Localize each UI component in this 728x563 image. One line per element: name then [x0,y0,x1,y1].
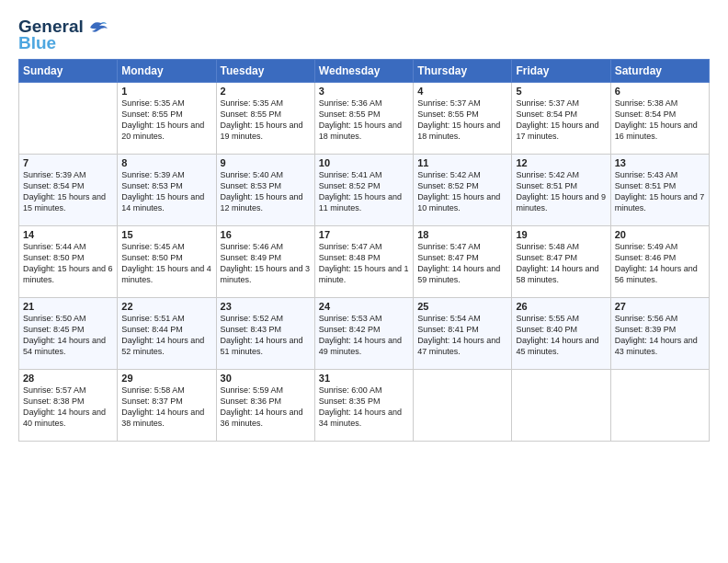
logo-blue-text: Blue [18,33,56,53]
col-header-tuesday: Tuesday [216,60,314,83]
cell-content: Sunrise: 5:54 AM Sunset: 8:41 PM Dayligh… [417,313,507,358]
page: General Blue SundayMondayTuesdayWednesda… [0,0,728,563]
cell-week1-day1 [19,83,118,155]
cell-content: Sunrise: 5:51 AM Sunset: 8:44 PM Dayligh… [121,313,211,358]
cell-week2-day7: 13Sunrise: 5:43 AM Sunset: 8:51 PM Dayli… [610,155,709,226]
cell-week5-day7 [610,370,709,442]
day-number: 12 [516,157,606,168]
cell-week5-day1: 28Sunrise: 5:57 AM Sunset: 8:38 PM Dayli… [19,370,118,442]
day-number: 23 [221,301,311,312]
cell-content: Sunrise: 5:46 AM Sunset: 8:49 PM Dayligh… [221,241,311,286]
cell-content: Sunrise: 5:42 AM Sunset: 8:51 PM Dayligh… [516,169,606,214]
cell-week1-day4: 3Sunrise: 5:36 AM Sunset: 8:55 PM Daylig… [314,83,413,155]
day-number: 13 [615,157,705,168]
day-number: 27 [615,301,705,312]
cell-week3-day3: 16Sunrise: 5:46 AM Sunset: 8:49 PM Dayli… [216,226,314,298]
cell-week4-day2: 22Sunrise: 5:51 AM Sunset: 8:44 PM Dayli… [118,298,216,370]
cell-week3-day4: 17Sunrise: 5:47 AM Sunset: 8:48 PM Dayli… [314,226,413,298]
day-number: 8 [121,157,211,168]
day-number: 3 [319,86,409,97]
day-number: 20 [615,229,705,240]
cell-week2-day2: 8Sunrise: 5:39 AM Sunset: 8:53 PM Daylig… [118,155,216,226]
day-number: 21 [23,301,113,312]
col-header-thursday: Thursday [414,60,512,83]
cell-content: Sunrise: 5:49 AM Sunset: 8:46 PM Dayligh… [615,241,705,286]
cell-content: Sunrise: 5:38 AM Sunset: 8:54 PM Dayligh… [615,98,705,143]
day-number: 5 [516,86,606,97]
cell-content: Sunrise: 5:43 AM Sunset: 8:51 PM Dayligh… [615,169,705,214]
week-row-1: 1Sunrise: 5:35 AM Sunset: 8:55 PM Daylig… [19,83,710,155]
cell-week1-day2: 1Sunrise: 5:35 AM Sunset: 8:55 PM Daylig… [118,83,216,155]
day-number: 19 [516,229,606,240]
cell-week5-day6 [512,370,610,442]
col-header-wednesday: Wednesday [314,60,413,83]
cell-week4-day3: 23Sunrise: 5:52 AM Sunset: 8:43 PM Dayli… [216,298,314,370]
day-number: 6 [615,86,705,97]
cell-week1-day5: 4Sunrise: 5:37 AM Sunset: 8:55 PM Daylig… [414,83,512,155]
logo-bird-icon [88,18,108,35]
cell-week3-day2: 15Sunrise: 5:45 AM Sunset: 8:50 PM Dayli… [118,226,216,298]
week-row-2: 7Sunrise: 5:39 AM Sunset: 8:54 PM Daylig… [19,155,710,226]
calendar-table: SundayMondayTuesdayWednesdayThursdayFrid… [18,59,710,442]
cell-week3-day7: 20Sunrise: 5:49 AM Sunset: 8:46 PM Dayli… [610,226,709,298]
header-row: SundayMondayTuesdayWednesdayThursdayFrid… [19,60,710,83]
cell-content: Sunrise: 5:52 AM Sunset: 8:43 PM Dayligh… [221,313,311,358]
cell-content: Sunrise: 5:36 AM Sunset: 8:55 PM Dayligh… [319,98,409,143]
cell-content: Sunrise: 5:47 AM Sunset: 8:47 PM Dayligh… [417,241,507,286]
cell-content: Sunrise: 5:53 AM Sunset: 8:42 PM Dayligh… [319,313,409,358]
col-header-sunday: Sunday [19,60,118,83]
cell-content: Sunrise: 5:40 AM Sunset: 8:53 PM Dayligh… [221,169,311,214]
cell-content: Sunrise: 5:50 AM Sunset: 8:45 PM Dayligh… [23,313,113,358]
day-number: 1 [121,86,211,97]
cell-week4-day4: 24Sunrise: 5:53 AM Sunset: 8:42 PM Dayli… [314,298,413,370]
cell-week5-day3: 30Sunrise: 5:59 AM Sunset: 8:36 PM Dayli… [216,370,314,442]
cell-week2-day1: 7Sunrise: 5:39 AM Sunset: 8:54 PM Daylig… [19,155,118,226]
col-header-saturday: Saturday [610,60,709,83]
day-number: 18 [417,229,507,240]
cell-content: Sunrise: 5:48 AM Sunset: 8:47 PM Dayligh… [516,241,606,286]
day-number: 28 [23,373,113,384]
day-number: 15 [121,229,211,240]
day-number: 7 [23,157,113,168]
day-number: 10 [319,157,409,168]
cell-week2-day6: 12Sunrise: 5:42 AM Sunset: 8:51 PM Dayli… [512,155,610,226]
day-number: 25 [417,301,507,312]
cell-content: Sunrise: 5:42 AM Sunset: 8:52 PM Dayligh… [417,169,507,214]
day-number: 29 [121,373,211,384]
cell-content: Sunrise: 6:00 AM Sunset: 8:35 PM Dayligh… [319,385,409,430]
cell-content: Sunrise: 5:37 AM Sunset: 8:54 PM Dayligh… [516,98,606,143]
day-number: 31 [319,373,409,384]
cell-content: Sunrise: 5:39 AM Sunset: 8:54 PM Dayligh… [23,169,113,214]
day-number: 30 [221,373,311,384]
cell-week5-day2: 29Sunrise: 5:58 AM Sunset: 8:37 PM Dayli… [118,370,216,442]
cell-week1-day7: 6Sunrise: 5:38 AM Sunset: 8:54 PM Daylig… [610,83,709,155]
cell-week4-day6: 26Sunrise: 5:55 AM Sunset: 8:40 PM Dayli… [512,298,610,370]
cell-week4-day1: 21Sunrise: 5:50 AM Sunset: 8:45 PM Dayli… [19,298,118,370]
cell-content: Sunrise: 5:44 AM Sunset: 8:50 PM Dayligh… [23,241,113,286]
cell-week2-day4: 10Sunrise: 5:41 AM Sunset: 8:52 PM Dayli… [314,155,413,226]
day-number: 9 [221,157,311,168]
cell-week2-day3: 9Sunrise: 5:40 AM Sunset: 8:53 PM Daylig… [216,155,314,226]
cell-content: Sunrise: 5:59 AM Sunset: 8:36 PM Dayligh… [221,385,311,430]
day-number: 2 [221,86,311,97]
cell-week5-day4: 31Sunrise: 6:00 AM Sunset: 8:35 PM Dayli… [314,370,413,442]
cell-week2-day5: 11Sunrise: 5:42 AM Sunset: 8:52 PM Dayli… [414,155,512,226]
cell-week3-day5: 18Sunrise: 5:47 AM Sunset: 8:47 PM Dayli… [414,226,512,298]
header: General Blue [18,17,710,53]
week-row-4: 21Sunrise: 5:50 AM Sunset: 8:45 PM Dayli… [19,298,710,370]
day-number: 11 [417,157,507,168]
logo: General Blue [18,17,108,53]
day-number: 22 [121,301,211,312]
col-header-friday: Friday [512,60,610,83]
cell-week5-day5 [414,370,512,442]
cell-content: Sunrise: 5:57 AM Sunset: 8:38 PM Dayligh… [23,385,113,430]
cell-content: Sunrise: 5:39 AM Sunset: 8:53 PM Dayligh… [121,169,211,214]
cell-week3-day6: 19Sunrise: 5:48 AM Sunset: 8:47 PM Dayli… [512,226,610,298]
day-number: 14 [23,229,113,240]
day-number: 17 [319,229,409,240]
cell-content: Sunrise: 5:45 AM Sunset: 8:50 PM Dayligh… [121,241,211,286]
col-header-monday: Monday [118,60,216,83]
day-number: 4 [417,86,507,97]
cell-content: Sunrise: 5:37 AM Sunset: 8:55 PM Dayligh… [417,98,507,143]
cell-week4-day5: 25Sunrise: 5:54 AM Sunset: 8:41 PM Dayli… [414,298,512,370]
